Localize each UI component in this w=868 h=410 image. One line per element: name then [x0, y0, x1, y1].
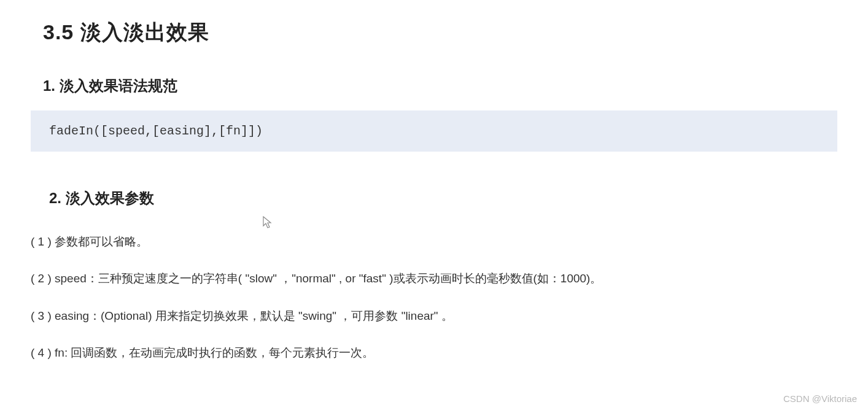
subsection-1-title: 1. 淡入效果语法规范 — [43, 76, 837, 96]
param-item-4: ( 4 ) fn: 回调函数，在动画完成时执行的函数，每个元素执行一次。 — [31, 344, 837, 362]
section-heading: 3.5 淡入淡出效果 — [43, 18, 837, 47]
subsection-2-title: 2. 淡入效果参数 — [49, 188, 837, 208]
code-block: fadeIn([speed,[easing],[fn]]) — [31, 110, 837, 152]
param-item-2: ( 2 ) speed：三种预定速度之一的字符串( "slow" ，"norma… — [31, 269, 837, 288]
param-item-1: ( 1 ) 参数都可以省略。 — [31, 233, 837, 251]
watermark-text: CSDN @Viktoriae — [783, 393, 857, 404]
param-item-3: ( 3 ) easing：(Optional) 用来指定切换效果，默认是 "sw… — [31, 307, 837, 325]
mouse-cursor-icon — [263, 216, 273, 230]
